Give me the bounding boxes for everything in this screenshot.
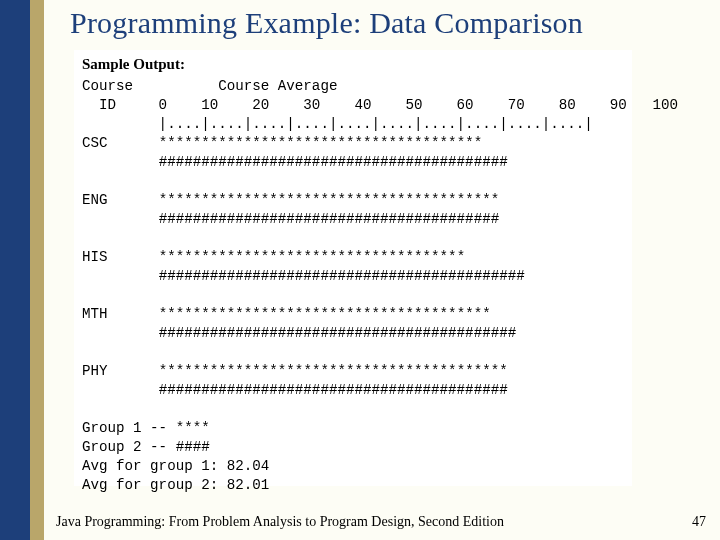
- legend-avg1: Avg for group 1: 82.04: [82, 457, 624, 476]
- course-id: ENG: [82, 192, 108, 208]
- row-id: HIS ************************************: [82, 248, 624, 267]
- row-bar1: ************************************: [159, 249, 466, 265]
- page-number: 47: [692, 514, 706, 530]
- row-bar1: ****************************************…: [159, 363, 508, 379]
- output-header-line: Course Course Average: [82, 77, 624, 96]
- row-bar2: ########################################…: [159, 154, 508, 170]
- row-id: ENG ************************************…: [82, 191, 624, 210]
- row-id: MTH ************************************…: [82, 305, 624, 324]
- row-bar2-line: ########################################: [82, 210, 624, 229]
- course-id: MTH: [82, 306, 108, 322]
- course-id: CSC: [82, 135, 108, 151]
- legend-group2: Group 2 -- ####: [82, 438, 624, 457]
- row-id: PHY ************************************…: [82, 362, 624, 381]
- slide-title: Programming Example: Data Comparison: [70, 6, 583, 40]
- legend-avg2: Avg for group 2: 82.01: [82, 476, 624, 495]
- output-scale-labels: ID 0 10 20 30 40 50 60 70 80 90 100: [82, 96, 624, 115]
- legend-group1: Group 1 -- ****: [82, 419, 624, 438]
- sample-output-box: Sample Output: Course Course Average ID …: [74, 50, 632, 486]
- row-bar2: ########################################: [159, 211, 500, 227]
- row-bar2: ########################################…: [159, 382, 508, 398]
- row-bar2-line: ########################################…: [82, 267, 624, 286]
- slide: Programming Example: Data Comparison Sam…: [0, 0, 720, 540]
- row-gap: [82, 229, 624, 248]
- course-id: HIS: [82, 249, 108, 265]
- course-id: PHY: [82, 363, 108, 379]
- row-bar2: ########################################…: [159, 268, 525, 284]
- row-bar1: ****************************************: [159, 192, 500, 208]
- row-gap: [82, 286, 624, 305]
- row-gap: [82, 400, 624, 419]
- row-gap: [82, 172, 624, 191]
- footer-text: Java Programming: From Problem Analysis …: [56, 514, 504, 530]
- sample-output-label: Sample Output:: [82, 56, 624, 73]
- sidebar-gold-stripe: [30, 0, 44, 540]
- row-gap: [82, 343, 624, 362]
- row-bar2: ########################################…: [159, 325, 517, 341]
- row-id: CSC ************************************…: [82, 134, 624, 153]
- row-bar1: **************************************: [159, 135, 483, 151]
- row-bar2-line: ########################################…: [82, 324, 624, 343]
- row-bar2-line: ########################################…: [82, 153, 624, 172]
- row-bar2-line: ########################################…: [82, 381, 624, 400]
- sidebar-blue-stripe: [0, 0, 30, 540]
- row-bar1: ***************************************: [159, 306, 491, 322]
- sidebar-decoration: [0, 0, 44, 540]
- output-scale-ticks: |....|....|....|....|....|....|....|....…: [82, 115, 624, 134]
